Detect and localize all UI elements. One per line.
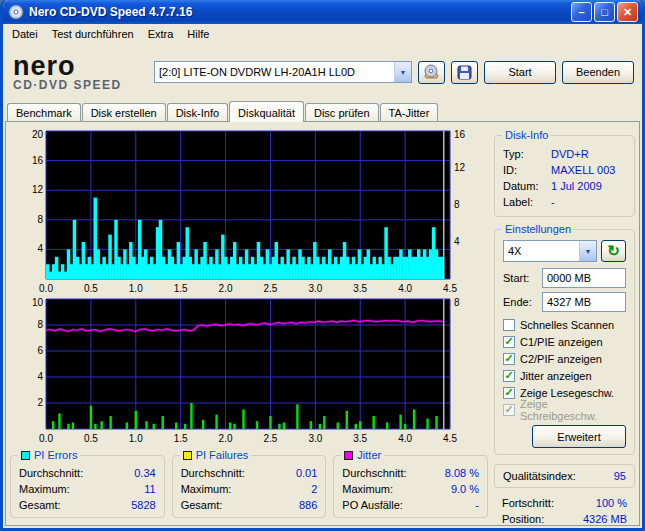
start-input[interactable] xyxy=(542,268,626,288)
tab-disk-info[interactable]: Disk-Info xyxy=(167,103,228,121)
disc-label-value: - xyxy=(551,196,555,208)
menu-datei[interactable]: Datei xyxy=(5,26,45,42)
checkbox-row-0[interactable]: Schnelles Scannen xyxy=(503,316,626,333)
svg-text:2.0: 2.0 xyxy=(219,283,233,294)
svg-text:0.0: 0.0 xyxy=(39,433,53,444)
checkbox-row-3[interactable]: ✓Jitter anzeigen xyxy=(503,367,626,384)
svg-text:1.5: 1.5 xyxy=(174,433,188,444)
stat-label: Maximum: xyxy=(19,483,70,495)
jitter-panel: Jitter Durchschnitt:8.08 % Maximum:9.0 %… xyxy=(333,455,488,518)
checkbox-box[interactable]: ✓ xyxy=(503,353,515,365)
drive-select[interactable]: [2:0] LITE-ON DVDRW LH-20A1H LL0D ▼ xyxy=(154,61,412,83)
refresh-button[interactable]: ↻ xyxy=(601,240,626,262)
svg-text:20: 20 xyxy=(32,129,44,140)
svg-text:10: 10 xyxy=(32,297,44,308)
checkbox-label: Schnelles Scannen xyxy=(520,319,614,331)
quality-index-value: 95 xyxy=(614,470,626,482)
quality-index-label: Qualitätsindex: xyxy=(503,470,576,482)
tab-diskqualitaet[interactable]: Diskqualität xyxy=(229,101,304,122)
stat-label: Maximum: xyxy=(342,483,393,495)
checkbox-row-2[interactable]: ✓C2/PIF anzeigen xyxy=(503,350,626,367)
end-field-label: Ende: xyxy=(503,296,542,308)
close-button[interactable]: ✕ xyxy=(617,2,638,22)
checkbox-box[interactable]: ✓ xyxy=(503,387,515,399)
pi-errors-title: PI Errors xyxy=(34,449,77,461)
svg-text:12: 12 xyxy=(454,162,466,173)
start-field-label: Start: xyxy=(503,272,542,284)
svg-text:4.5: 4.5 xyxy=(443,433,457,444)
speed-select[interactable]: 4X ▼ xyxy=(503,240,597,262)
checkbox-label: Jitter anzeigen xyxy=(520,370,592,382)
checkbox-label: C2/PIF anzeigen xyxy=(520,353,602,365)
svg-text:3.0: 3.0 xyxy=(308,283,322,294)
titlebar[interactable]: Nero CD-DVD Speed 4.7.7.16 – □ ✕ xyxy=(3,0,642,24)
svg-text:4: 4 xyxy=(454,236,460,247)
svg-text:16: 16 xyxy=(32,155,44,166)
advanced-button[interactable]: Erweitert xyxy=(532,425,626,448)
menu-test-durchfuehren[interactable]: Test durchführen xyxy=(45,26,141,42)
svg-text:6: 6 xyxy=(37,345,43,356)
svg-text:4: 4 xyxy=(37,243,43,254)
svg-text:16: 16 xyxy=(454,129,466,140)
diskqualitaet-page: 481216204812160.00.51.01.52.02.53.03.54.… xyxy=(5,121,640,526)
stats-row: PI Errors Durchschnitt:0.34 Maximum:11 G… xyxy=(10,448,488,518)
drive-select-value: [2:0] LITE-ON DVDRW LH-20A1H LL0D xyxy=(155,66,394,78)
quality-index-box: Qualitätsindex: 95 xyxy=(494,464,635,488)
pi-failures-title: PI Failures xyxy=(196,449,249,461)
svg-text:8: 8 xyxy=(454,199,460,210)
checkbox-box[interactable] xyxy=(503,319,515,331)
start-button[interactable]: Start xyxy=(484,61,556,84)
disc-date-value: 1 Jul 2009 xyxy=(551,180,602,192)
checkbox-box[interactable]: ✓ xyxy=(503,370,515,382)
quit-button[interactable]: Beenden xyxy=(562,61,634,84)
window-title: Nero CD-DVD Speed 4.7.7.16 xyxy=(29,5,569,19)
checkbox-box[interactable]: ✓ xyxy=(503,336,515,348)
checkbox-row-1[interactable]: ✓C1/PIE anzeigen xyxy=(503,333,626,350)
menu-extra[interactable]: Extra xyxy=(141,26,181,42)
settings-title: Einstellungen xyxy=(502,223,574,235)
stat-label: PO Ausfälle: xyxy=(342,499,403,511)
disk-info-title: Disk-Info xyxy=(502,129,551,141)
stat-label: Maximum: xyxy=(181,483,232,495)
jitter-pif-chart: 24681080.00.51.01.52.02.53.03.54.04.5 xyxy=(10,296,488,446)
checkbox-row-5: ✓Zeige Schreibgeschw. xyxy=(503,401,626,418)
load-disc-button[interactable] xyxy=(418,61,445,84)
chevron-down-icon[interactable]: ▼ xyxy=(394,62,411,82)
tab-disk-erstellen[interactable]: Disk erstellen xyxy=(82,103,166,121)
stat-label: Durchschnitt: xyxy=(181,467,245,479)
disk-info-panel: Disk-Info Typ:DVD+R ID:MAXELL 003 Datum:… xyxy=(494,135,635,217)
info-label: Label: xyxy=(503,196,551,208)
charts-area: 481216204812160.00.51.01.52.02.53.03.54.… xyxy=(10,128,488,523)
info-label: Typ: xyxy=(503,148,551,160)
info-label: ID: xyxy=(503,164,551,176)
svg-text:4.0: 4.0 xyxy=(398,433,412,444)
save-button[interactable] xyxy=(451,61,478,84)
chevron-down-icon[interactable]: ▼ xyxy=(579,241,596,261)
app-icon xyxy=(8,4,24,20)
pi-errors-panel: PI Errors Durchschnitt:0.34 Maximum:11 G… xyxy=(10,455,165,518)
stat-value: 0.01 xyxy=(296,467,317,479)
tab-benchmark[interactable]: Benchmark xyxy=(7,103,81,121)
end-input[interactable] xyxy=(542,292,626,312)
stat-label: Durchschnitt: xyxy=(342,467,406,479)
stat-value: 11 xyxy=(144,483,155,495)
tab-ta-jitter[interactable]: TA-Jitter xyxy=(380,103,439,121)
sidebar: Disk-Info Typ:DVD+R ID:MAXELL 003 Datum:… xyxy=(494,128,635,523)
maximize-button[interactable]: □ xyxy=(594,2,615,22)
svg-text:3.5: 3.5 xyxy=(353,283,367,294)
menubar: Datei Test durchführen Extra Hilfe xyxy=(3,24,642,44)
position-value: 4326 MB xyxy=(583,513,627,523)
stat-value: 9.0 % xyxy=(451,483,479,495)
svg-text:0.5: 0.5 xyxy=(84,283,98,294)
menu-hilfe[interactable]: Hilfe xyxy=(180,26,216,42)
app-window: Nero CD-DVD Speed 4.7.7.16 – □ ✕ Datei T… xyxy=(0,0,645,531)
svg-text:2.5: 2.5 xyxy=(263,433,277,444)
svg-text:8: 8 xyxy=(454,297,460,308)
minimize-button[interactable]: – xyxy=(571,2,592,22)
tab-disc-pruefen[interactable]: Disc prüfen xyxy=(305,103,379,121)
floppy-disk-icon xyxy=(457,65,472,80)
display-options: Schnelles Scannen✓C1/PIE anzeigen✓C2/PIF… xyxy=(503,316,626,418)
stat-value: 886 xyxy=(299,499,317,511)
toolbar: nero CD·DVD SPEED [2:0] LITE-ON DVDRW LH… xyxy=(3,44,642,100)
pi-failures-color-swatch xyxy=(183,451,192,460)
